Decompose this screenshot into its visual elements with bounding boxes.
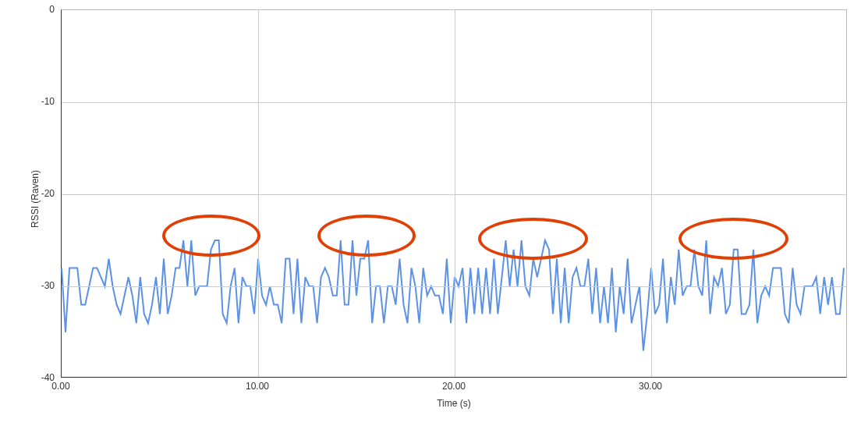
annotation-ellipse bbox=[317, 215, 416, 257]
gridline-horizontal bbox=[62, 194, 846, 195]
y-tick-label: 0 bbox=[23, 4, 55, 15]
gridline-horizontal bbox=[62, 286, 846, 287]
x-axis-title: Time (s) bbox=[423, 398, 485, 409]
y-axis-title: RSSI (Raven) bbox=[30, 170, 41, 228]
y-tick-label: -40 bbox=[23, 372, 55, 383]
gridline-vertical bbox=[258, 10, 259, 377]
x-tick-label: 0.00 bbox=[51, 381, 69, 392]
gridline-horizontal bbox=[62, 102, 846, 103]
plot-area bbox=[61, 9, 847, 378]
gridline-vertical bbox=[651, 10, 652, 377]
x-tick-label: 20.00 bbox=[442, 381, 466, 392]
x-tick-label: 30.00 bbox=[639, 381, 662, 392]
x-axis-ticks: 0.0010.0020.0030.00 bbox=[61, 378, 847, 393]
y-tick-label: -30 bbox=[23, 280, 55, 291]
annotation-ellipse bbox=[678, 218, 788, 260]
gridline-vertical bbox=[455, 10, 455, 377]
y-tick-label: -10 bbox=[23, 96, 55, 107]
annotation-ellipse bbox=[478, 218, 588, 260]
chart-container: 0-10-20-30-40 0.0010.0020.0030.00 RSSI (… bbox=[0, 0, 868, 426]
x-tick-label: 10.00 bbox=[246, 381, 269, 392]
annotation-ellipse bbox=[162, 215, 260, 257]
